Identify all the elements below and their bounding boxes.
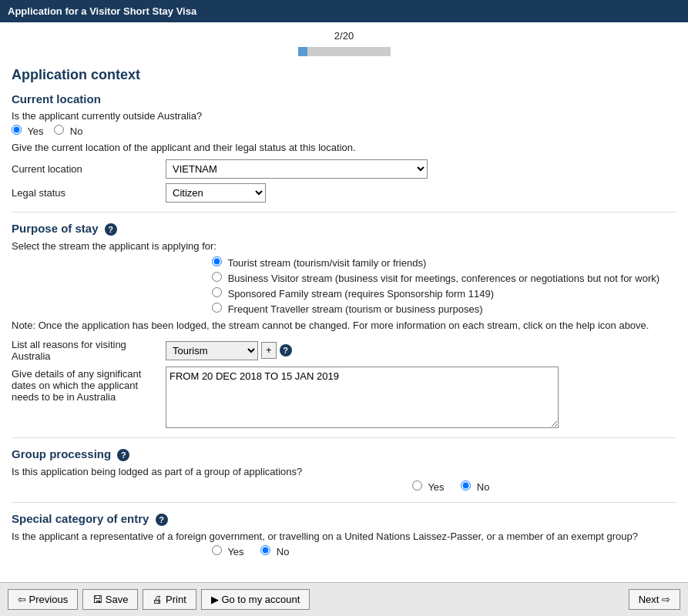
visit-reason-help-icon[interactable]: ? [280,344,292,357]
special-no-radio[interactable] [260,545,270,555]
next-button[interactable]: Next ⇨ [629,589,680,610]
section-heading-application-context: Application context [12,67,676,83]
outside-australia-question: Is the applicant currently outside Austr… [12,110,676,122]
legal-status-row: Legal status Citizen Resident Visitor Ot… [12,183,676,203]
stream-frequent-label[interactable]: Frequent Traveller stream (tourism or bu… [212,303,676,315]
stream-tourist-radio[interactable] [212,256,222,266]
sub-heading-purpose-of-stay: Purpose of stay ? [12,222,676,236]
special-category-help-icon[interactable]: ? [156,514,168,526]
outside-australia-yes-label[interactable]: Yes [12,126,46,137]
stream-sponsored-label[interactable]: Sponsored Family stream (requires Sponso… [212,287,676,300]
sub-heading-special-category: Special category of entry ? [12,512,676,526]
print-button[interactable]: 🖨 Print [143,589,196,610]
special-no-label[interactable]: No [260,546,289,557]
location-label: Current location [12,163,166,175]
outside-australia-no-radio[interactable] [54,125,64,135]
visit-reason-label: List all reasons for visiting Australia [12,339,166,362]
title-text: Application for a Visitor Short Stay Vis… [8,5,196,17]
divider1 [12,212,676,213]
group-yes-label[interactable]: Yes [412,481,447,493]
dates-label: Give details of any significant dates on… [12,367,166,403]
add-reason-button[interactable]: + [261,342,277,359]
location-row: Current location VIETNAM AUSTRALIA OTHER [12,159,676,179]
visit-reason-select[interactable]: Tourism Business Family Other [166,341,258,360]
stream-select-label: Select the stream the applicant is apply… [12,240,676,252]
purpose-help-icon[interactable]: ? [105,223,117,236]
special-yes-label[interactable]: Yes [212,546,247,557]
divider2 [12,437,676,438]
special-category-question: Is the applicant a representative of a f… [12,531,676,542]
stream-sponsored-radio[interactable] [212,287,222,297]
location-select[interactable]: VIETNAM AUSTRALIA OTHER [166,159,428,179]
dates-textarea[interactable]: FROM 20 DEC 2018 TO 15 JAN 2019 [166,367,559,428]
group-yes-radio[interactable] [412,480,422,490]
dates-row: Give details of any significant dates on… [12,367,676,428]
current-location-info: Give the current location of the applica… [12,142,676,153]
outside-australia-no-label[interactable]: No [54,126,82,137]
progress-bar-inner [298,47,307,56]
group-radio-group: Yes No [212,480,676,493]
save-button[interactable]: 🖫 Save [82,589,138,610]
special-category-radio-group: Yes No [12,545,676,557]
stream-options: Tourist stream (tourism/visit family or … [12,256,676,315]
sub-heading-group-processing: Group processing ? [12,447,676,461]
stream-tourist-label[interactable]: Tourist stream (tourism/visit family or … [212,256,676,269]
stream-business-radio[interactable] [212,272,222,282]
outside-australia-radio-group: Yes No [12,125,676,137]
group-question: Is this application being lodged as part… [12,466,676,477]
account-button[interactable]: ▶ Go to my account [201,589,310,610]
group-help-icon[interactable]: ? [117,449,129,461]
divider3 [12,502,676,503]
step-label: 2/20 [12,30,676,42]
bottom-bar: ⇦ Previous 🖫 Save 🖨 Print ▶ Go to my acc… [0,582,688,616]
sub-heading-current-location: Current location [12,92,676,105]
legal-status-select[interactable]: Citizen Resident Visitor Other [166,183,266,203]
visit-reason-row: List all reasons for visiting Australia … [12,339,676,362]
progress-bar-outer [298,47,391,56]
legal-status-label: Legal status [12,187,166,199]
stream-note: Note: Once the application has been lodg… [12,320,676,331]
bottom-left-buttons: ⇦ Previous 🖫 Save 🖨 Print ▶ Go to my acc… [8,589,310,610]
stream-business-label[interactable]: Business Visitor stream (business visit … [212,272,676,284]
outside-australia-yes-radio[interactable] [12,125,22,135]
group-no-radio[interactable] [461,480,471,490]
previous-button[interactable]: ⇦ Previous [8,589,78,610]
location-form: Current location VIETNAM AUSTRALIA OTHER… [12,159,676,203]
stream-frequent-radio[interactable] [212,303,222,313]
special-yes-radio[interactable] [212,545,222,555]
title-bar: Application for a Visitor Short Stay Vis… [0,0,688,22]
group-no-label[interactable]: No [461,481,489,493]
